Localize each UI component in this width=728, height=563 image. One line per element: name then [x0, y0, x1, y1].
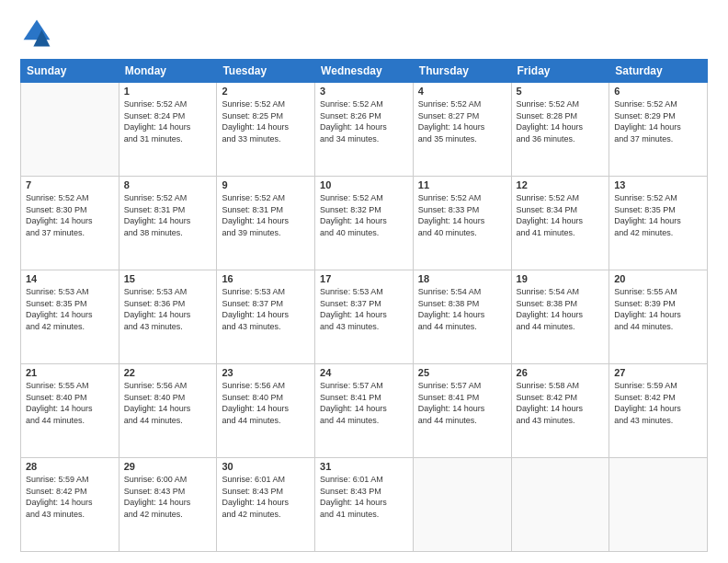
- cell-info: Sunrise: 5:59 AMSunset: 8:42 PMDaylight:…: [614, 380, 702, 426]
- cell-info: Sunrise: 5:59 AMSunset: 8:42 PMDaylight:…: [26, 474, 114, 520]
- svg-marker-0: [24, 20, 51, 40]
- cell-info: Sunrise: 5:55 AMSunset: 8:40 PMDaylight:…: [26, 380, 114, 426]
- week-row-2: 7Sunrise: 5:52 AMSunset: 8:30 PMDaylight…: [21, 177, 708, 270]
- weekday-header-tuesday: Tuesday: [217, 60, 315, 83]
- cell-info: Sunrise: 5:56 AMSunset: 8:40 PMDaylight:…: [124, 380, 212, 426]
- day-number: 12: [517, 179, 605, 190]
- calendar-cell: 8Sunrise: 5:52 AMSunset: 8:31 PMDaylight…: [119, 177, 217, 270]
- calendar-cell: 28Sunrise: 5:59 AMSunset: 8:42 PMDayligh…: [21, 458, 119, 552]
- cell-info: Sunrise: 5:57 AMSunset: 8:41 PMDaylight:…: [418, 380, 506, 426]
- header: [20, 17, 708, 50]
- cell-info: Sunrise: 6:00 AMSunset: 8:43 PMDaylight:…: [124, 474, 212, 520]
- calendar-cell: 14Sunrise: 5:53 AMSunset: 8:35 PMDayligh…: [21, 270, 119, 364]
- day-number: 31: [320, 461, 408, 472]
- calendar-cell: 10Sunrise: 5:52 AMSunset: 8:32 PMDayligh…: [315, 177, 414, 270]
- day-number: 3: [320, 86, 408, 97]
- day-number: 21: [26, 367, 114, 378]
- weekday-header-monday: Monday: [119, 60, 217, 83]
- day-number: 10: [320, 179, 408, 190]
- day-number: 29: [124, 461, 212, 472]
- calendar-cell: 22Sunrise: 5:56 AMSunset: 8:40 PMDayligh…: [119, 364, 217, 458]
- calendar-cell: 31Sunrise: 6:01 AMSunset: 8:43 PMDayligh…: [315, 458, 414, 552]
- cell-info: Sunrise: 5:52 AMSunset: 8:25 PMDaylight:…: [222, 98, 310, 144]
- calendar-cell: 18Sunrise: 5:54 AMSunset: 8:38 PMDayligh…: [413, 270, 511, 364]
- cell-info: Sunrise: 5:53 AMSunset: 8:36 PMDaylight:…: [124, 286, 212, 332]
- day-number: 18: [418, 273, 506, 284]
- weekday-header-saturday: Saturday: [609, 60, 708, 83]
- calendar-cell: 7Sunrise: 5:52 AMSunset: 8:30 PMDaylight…: [21, 177, 119, 270]
- page: SundayMondayTuesdayWednesdayThursdayFrid…: [0, 0, 728, 563]
- calendar-cell: 30Sunrise: 6:01 AMSunset: 8:43 PMDayligh…: [217, 458, 315, 552]
- cell-info: Sunrise: 5:55 AMSunset: 8:39 PMDaylight:…: [614, 286, 702, 332]
- calendar-cell: 12Sunrise: 5:52 AMSunset: 8:34 PMDayligh…: [511, 177, 609, 270]
- weekday-header-friday: Friday: [511, 60, 609, 83]
- logo: [20, 17, 59, 50]
- day-number: 23: [222, 367, 310, 378]
- calendar-cell: 19Sunrise: 5:54 AMSunset: 8:38 PMDayligh…: [511, 270, 609, 364]
- day-number: 15: [124, 273, 212, 284]
- calendar-cell: 16Sunrise: 5:53 AMSunset: 8:37 PMDayligh…: [217, 270, 315, 364]
- weekday-header-thursday: Thursday: [413, 60, 511, 83]
- calendar-cell: 21Sunrise: 5:55 AMSunset: 8:40 PMDayligh…: [21, 364, 119, 458]
- calendar-cell: 1Sunrise: 5:52 AMSunset: 8:24 PMDaylight…: [119, 83, 217, 177]
- calendar-cell: 26Sunrise: 5:58 AMSunset: 8:42 PMDayligh…: [511, 364, 609, 458]
- cell-info: Sunrise: 5:52 AMSunset: 8:28 PMDaylight:…: [517, 98, 605, 144]
- day-number: 8: [124, 179, 212, 190]
- calendar-cell: [21, 83, 119, 177]
- weekday-header-row: SundayMondayTuesdayWednesdayThursdayFrid…: [21, 60, 708, 83]
- calendar-cell: 9Sunrise: 5:52 AMSunset: 8:31 PMDaylight…: [217, 177, 315, 270]
- calendar-cell: [413, 458, 511, 552]
- day-number: 27: [614, 367, 702, 378]
- calendar-cell: 20Sunrise: 5:55 AMSunset: 8:39 PMDayligh…: [609, 270, 708, 364]
- day-number: 1: [124, 86, 212, 97]
- weekday-header-wednesday: Wednesday: [315, 60, 414, 83]
- calendar-cell: 13Sunrise: 5:52 AMSunset: 8:35 PMDayligh…: [609, 177, 708, 270]
- cell-info: Sunrise: 5:52 AMSunset: 8:30 PMDaylight:…: [26, 192, 114, 238]
- calendar-cell: 2Sunrise: 5:52 AMSunset: 8:25 PMDaylight…: [217, 83, 315, 177]
- calendar-cell: 29Sunrise: 6:00 AMSunset: 8:43 PMDayligh…: [119, 458, 217, 552]
- calendar-cell: 25Sunrise: 5:57 AMSunset: 8:41 PMDayligh…: [413, 364, 511, 458]
- calendar-cell: 24Sunrise: 5:57 AMSunset: 8:41 PMDayligh…: [315, 364, 414, 458]
- day-number: 13: [614, 179, 702, 190]
- week-row-1: 1Sunrise: 5:52 AMSunset: 8:24 PMDaylight…: [21, 83, 708, 177]
- cell-info: Sunrise: 5:52 AMSunset: 8:34 PMDaylight:…: [517, 192, 605, 238]
- calendar-cell: 5Sunrise: 5:52 AMSunset: 8:28 PMDaylight…: [511, 83, 609, 177]
- day-number: 4: [418, 86, 506, 97]
- calendar-table: SundayMondayTuesdayWednesdayThursdayFrid…: [20, 59, 708, 552]
- cell-info: Sunrise: 5:52 AMSunset: 8:32 PMDaylight:…: [320, 192, 408, 238]
- cell-info: Sunrise: 5:53 AMSunset: 8:37 PMDaylight:…: [320, 286, 408, 332]
- day-number: 26: [517, 367, 605, 378]
- cell-info: Sunrise: 5:58 AMSunset: 8:42 PMDaylight:…: [517, 380, 605, 426]
- week-row-3: 14Sunrise: 5:53 AMSunset: 8:35 PMDayligh…: [21, 270, 708, 364]
- week-row-5: 28Sunrise: 5:59 AMSunset: 8:42 PMDayligh…: [21, 458, 708, 552]
- day-number: 20: [614, 273, 702, 284]
- day-number: 16: [222, 273, 310, 284]
- cell-info: Sunrise: 5:52 AMSunset: 8:33 PMDaylight:…: [418, 192, 506, 238]
- day-number: 22: [124, 367, 212, 378]
- cell-info: Sunrise: 5:54 AMSunset: 8:38 PMDaylight:…: [517, 286, 605, 332]
- calendar-cell: 15Sunrise: 5:53 AMSunset: 8:36 PMDayligh…: [119, 270, 217, 364]
- cell-info: Sunrise: 6:01 AMSunset: 8:43 PMDaylight:…: [320, 474, 408, 520]
- calendar-cell: 17Sunrise: 5:53 AMSunset: 8:37 PMDayligh…: [315, 270, 414, 364]
- calendar-cell: 6Sunrise: 5:52 AMSunset: 8:29 PMDaylight…: [609, 83, 708, 177]
- cell-info: Sunrise: 5:57 AMSunset: 8:41 PMDaylight:…: [320, 380, 408, 426]
- cell-info: Sunrise: 6:01 AMSunset: 8:43 PMDaylight:…: [222, 474, 310, 520]
- day-number: 6: [614, 86, 702, 97]
- day-number: 24: [320, 367, 408, 378]
- cell-info: Sunrise: 5:53 AMSunset: 8:35 PMDaylight:…: [26, 286, 114, 332]
- cell-info: Sunrise: 5:53 AMSunset: 8:37 PMDaylight:…: [222, 286, 310, 332]
- cell-info: Sunrise: 5:52 AMSunset: 8:27 PMDaylight:…: [418, 98, 506, 144]
- cell-info: Sunrise: 5:52 AMSunset: 8:29 PMDaylight:…: [614, 98, 702, 144]
- calendar-cell: 27Sunrise: 5:59 AMSunset: 8:42 PMDayligh…: [609, 364, 708, 458]
- day-number: 7: [26, 179, 114, 190]
- cell-info: Sunrise: 5:56 AMSunset: 8:40 PMDaylight:…: [222, 380, 310, 426]
- day-number: 11: [418, 179, 506, 190]
- week-row-4: 21Sunrise: 5:55 AMSunset: 8:40 PMDayligh…: [21, 364, 708, 458]
- day-number: 2: [222, 86, 310, 97]
- day-number: 5: [517, 86, 605, 97]
- calendar-cell: [511, 458, 609, 552]
- cell-info: Sunrise: 5:52 AMSunset: 8:31 PMDaylight:…: [124, 192, 212, 238]
- calendar-cell: 23Sunrise: 5:56 AMSunset: 8:40 PMDayligh…: [217, 364, 315, 458]
- day-number: 30: [222, 461, 310, 472]
- cell-info: Sunrise: 5:52 AMSunset: 8:31 PMDaylight:…: [222, 192, 310, 238]
